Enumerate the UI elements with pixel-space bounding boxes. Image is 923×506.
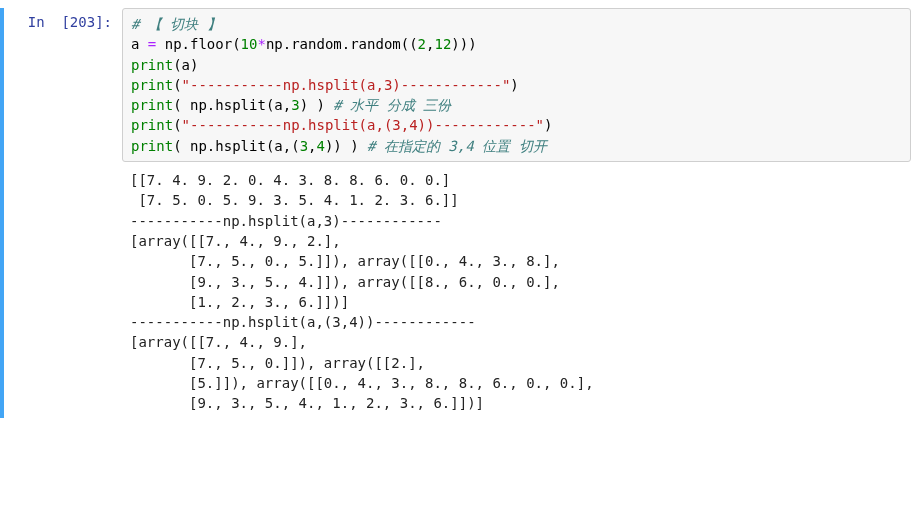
code-text: a [274, 97, 282, 113]
code-comma: , [283, 97, 291, 113]
code-number: 3 [291, 97, 299, 113]
code-paren: ( [173, 117, 181, 133]
code-comment: # 【 切块 】 [131, 16, 221, 32]
input-prompt: In [203]: [12, 8, 122, 162]
code-builtin: print [131, 117, 173, 133]
code-op: * [257, 36, 265, 52]
code-number: 12 [434, 36, 451, 52]
code-string: "-----------np.hsplit(a,(3,4))----------… [182, 117, 544, 133]
code-number: 3 [300, 138, 308, 154]
code-paren: ( [291, 138, 299, 154]
code-builtin: print [131, 57, 173, 73]
code-paren: ( [173, 57, 181, 73]
code-number: 2 [418, 36, 426, 52]
input-row: In [203]: # 【 切块 】 a = np.floor(10*np.ra… [12, 8, 911, 162]
code-text: np.hsplit [190, 97, 266, 113]
code-text: np.floor [156, 36, 232, 52]
output-text: [[7. 4. 9. 2. 0. 4. 3. 8. 8. 6. 0. 0.] [… [122, 162, 911, 418]
code-input[interactable]: # 【 切块 】 a = np.floor(10*np.random.rando… [122, 8, 911, 162]
code-builtin: print [131, 138, 173, 154]
code-text: np.random.random [266, 36, 401, 52]
code-paren: (( [401, 36, 418, 52]
code-text: a [274, 138, 282, 154]
code-paren: ( [173, 97, 190, 113]
code-comma: , [283, 138, 291, 154]
code-builtin: print [131, 97, 173, 113]
code-paren: ) [544, 117, 552, 133]
code-string: "-----------np.hsplit(a,3)------------" [182, 77, 511, 93]
code-comma: , [308, 138, 316, 154]
code-paren: ( [232, 36, 240, 52]
code-paren: ))) [451, 36, 476, 52]
code-number: 10 [241, 36, 258, 52]
code-paren: ) [190, 57, 198, 73]
code-paren: )) ) [325, 138, 359, 154]
code-text: a [182, 57, 190, 73]
code-paren: ) ) [300, 97, 325, 113]
notebook-cell: In [203]: # 【 切块 】 a = np.floor(10*np.ra… [0, 8, 923, 418]
code-builtin: print [131, 77, 173, 93]
code-paren: ( [173, 77, 181, 93]
code-paren: ( [173, 138, 190, 154]
code-number: 4 [317, 138, 325, 154]
code-paren: ) [510, 77, 518, 93]
code-comment: # 水平 分成 三份 [325, 97, 451, 113]
code-text: a [131, 36, 148, 52]
code-comment: # 在指定的 3,4 位置 切开 [359, 138, 547, 154]
code-text: np.hsplit [190, 138, 266, 154]
